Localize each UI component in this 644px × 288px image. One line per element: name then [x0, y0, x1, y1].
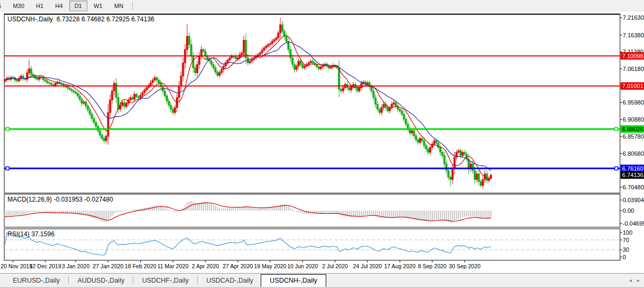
- date-axis: 20 Nov 201912 Dec 20193 Jan 202027 Jan 2…: [1, 260, 480, 269]
- price-tick-label: 7.21630: [623, 14, 644, 21]
- price-tick-label: 7.16380: [623, 32, 644, 38]
- macd-axis-label: 0.00: [623, 207, 634, 214]
- level-handle[interactable]: [615, 167, 618, 170]
- timeframe-button-h4[interactable]: H4: [50, 1, 68, 11]
- rsi-axis-label: 30: [623, 246, 629, 253]
- macd-axis-label: -0.046959: [623, 220, 644, 227]
- timeframe-button-mn[interactable]: MN: [109, 1, 128, 11]
- date-label: 2 Apr 2020: [192, 263, 219, 269]
- date-label: 11 Mar 2020: [157, 263, 188, 269]
- tab-eurusd[interactable]: EURUSD-,Daily: [5, 275, 67, 287]
- date-label: 17 Aug 2020: [384, 263, 416, 269]
- date-label: 12 Dec 2019: [29, 263, 61, 269]
- tab-separator: [133, 276, 133, 284]
- price-tag-text: 6.88026: [622, 126, 643, 132]
- macd-axis-label: 0.039044: [623, 197, 644, 203]
- price-tick-label: 7.06180: [623, 66, 644, 72]
- price-axis: 7.216307.163807.112807.061806.959806.908…: [620, 14, 644, 260]
- date-label: 19 May 2020: [254, 263, 286, 269]
- tab-usdcnh[interactable]: USDCNH-,Daily: [261, 274, 326, 287]
- date-label: 18 Feb 2020: [125, 263, 156, 269]
- tab-usdcad[interactable]: USDCAD-,Daily: [199, 275, 261, 287]
- price-tag-6.74136: 6.74136: [621, 171, 644, 179]
- tab-scroll-left-icon[interactable]: ◂: [629, 278, 632, 283]
- macd-indicator-label: MACD(12,26,9) -0.031953 -0.027480: [7, 196, 113, 203]
- price-tick-label: 6.70480: [623, 184, 644, 190]
- rsi-axis-label: 70: [623, 237, 629, 243]
- date-label: 20 Nov 2019: [1, 263, 33, 269]
- level-handle[interactable]: [6, 167, 9, 170]
- date-label: 10 Jun 2020: [287, 263, 318, 269]
- rsi-axis-label: 100: [623, 229, 632, 236]
- tab-scroll-right-icon[interactable]: ▸: [637, 278, 640, 283]
- date-label: 2 Jul 2020: [322, 263, 348, 269]
- timeframe-button-m30[interactable]: M30: [7, 1, 29, 11]
- date-label: 24 Jul 2020: [353, 263, 382, 269]
- price-chart[interactable]: 7.216307.163807.112807.061806.959806.908…: [0, 0, 644, 273]
- price-tick-label: 6.85780: [623, 133, 644, 140]
- price-tag-text: 6.74136: [622, 172, 643, 178]
- tab-audusd[interactable]: AUDUSD-,Daily: [70, 275, 132, 287]
- terminal-window: 5M30H1H4D1W1MN 7.216307.163807.112807.06…: [0, 0, 644, 288]
- rsi-indicator-label: RSI(14) 37.1596: [7, 230, 54, 238]
- price-tag-text: 7.01001: [622, 83, 643, 89]
- level-handle[interactable]: [615, 127, 618, 131]
- price-tick-label: 6.95980: [623, 99, 644, 106]
- tab-scroll-arrows: ◂ ▸: [629, 278, 640, 283]
- tab-separator: [197, 276, 198, 284]
- date-label: 30 Sep 2020: [449, 263, 481, 269]
- symbol-tabbar: EURUSD-,DailyAUDUSD-,DailyUSDCHF-,DailyU…: [0, 273, 644, 287]
- chart-title-ohlc: USDCNH-,Daily 6.73228 6.74682 6.72925 6.…: [7, 15, 155, 23]
- level-handle[interactable]: [6, 127, 9, 131]
- timeframe-button-5[interactable]: 5: [0, 1, 6, 11]
- rsi-axis-label: 0: [623, 254, 626, 260]
- timeframe-button-w1[interactable]: W1: [88, 1, 108, 11]
- timeframe-button-h1[interactable]: H1: [31, 1, 49, 11]
- price-tag-7.10098: 7.10098: [621, 52, 644, 60]
- rsi-panel-frame: [4, 229, 620, 260]
- price-tag-text: 7.10098: [622, 53, 643, 59]
- date-label: 8 Sep 2020: [418, 263, 447, 269]
- price-tag-6.88026: 6.88026: [621, 125, 644, 133]
- date-label: 27 Apr 2020: [223, 263, 253, 269]
- date-label: 27 Jan 2020: [93, 263, 124, 269]
- price-tag-7.01001: 7.01001: [621, 82, 644, 90]
- price-tick-label: 6.80680: [623, 150, 644, 157]
- price-tag-text: 6.76160: [622, 165, 643, 172]
- price-tag-6.76160: 6.76160: [621, 165, 644, 172]
- date-label: 3 Jan 2020: [62, 263, 90, 269]
- tab-usdchf[interactable]: USDCHF-,Daily: [134, 275, 196, 287]
- price-tick-label: 6.90880: [623, 116, 644, 123]
- toolbar-separator: [132, 2, 133, 10]
- tab-separator: [68, 276, 69, 284]
- timeframe-toolbar: 5M30H1H4D1W1MN: [0, 0, 644, 12]
- timeframe-button-d1[interactable]: D1: [69, 1, 87, 11]
